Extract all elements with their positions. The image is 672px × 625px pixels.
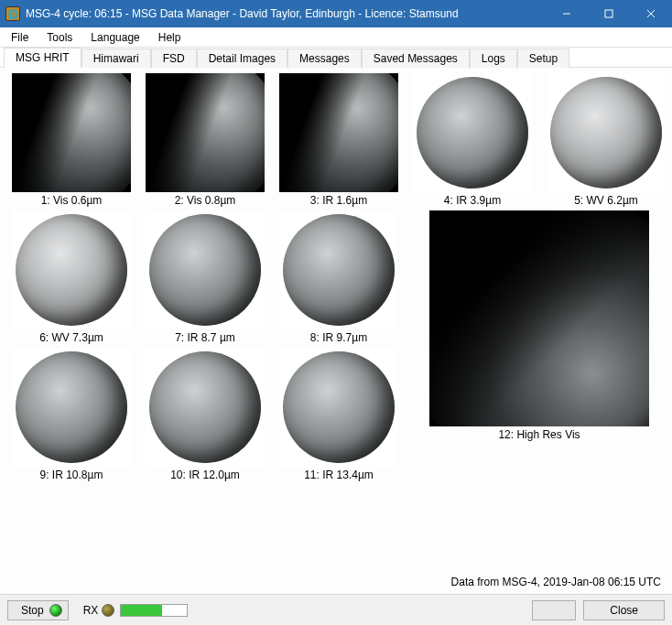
maximize-button[interactable] [588, 0, 630, 27]
menu-file[interactable]: File [2, 29, 38, 46]
svg-rect-1 [605, 10, 612, 17]
channel-caption-11: 11: IR 13.4µm [304, 469, 374, 481]
running-led-icon [49, 604, 62, 617]
channel-thumb-4[interactable] [413, 73, 532, 192]
close-button-label: Close [610, 604, 638, 617]
bottom-bar: Stop RX Close [0, 594, 672, 625]
close-window-button[interactable] [630, 0, 672, 27]
channel-cell-9: 9: IR 10.8µm [7, 348, 135, 481]
rx-label: RX [83, 604, 99, 617]
menu-tools[interactable]: Tools [38, 29, 81, 46]
channel-cell-2: 2: Vis 0.8µm [141, 73, 269, 207]
tab-setup[interactable]: Setup [517, 48, 569, 68]
channel-thumb-2[interactable] [146, 73, 265, 192]
channel-thumb-1[interactable] [12, 73, 131, 192]
minimize-button[interactable] [546, 0, 588, 27]
channel-cell-4: 4: IR 3.9µm [408, 73, 537, 207]
channel-cell-3: 3: IR 1.6µm [275, 73, 403, 207]
channel-cell-1: 1: Vis 0.6µm [7, 73, 135, 207]
channel-caption-1: 1: Vis 0.6µm [41, 194, 103, 207]
channel-thumb-3[interactable] [279, 73, 398, 192]
minimize-icon [562, 9, 571, 18]
app-icon: 🌐 [5, 6, 20, 21]
channel-thumb-6[interactable] [12, 210, 131, 329]
tabbar: MSG HRIT Himawari FSD Detail Images Mess… [0, 48, 672, 68]
tab-logs[interactable]: Logs [470, 48, 517, 68]
channel-caption-9: 9: IR 10.8µm [40, 469, 103, 481]
blank-button[interactable] [532, 600, 576, 620]
channel-caption-7: 7: IR 8.7 µm [175, 331, 235, 344]
menu-language[interactable]: Language [81, 29, 148, 46]
channel-thumb-9[interactable] [12, 348, 131, 467]
tab-fsd[interactable]: FSD [151, 48, 197, 68]
status-text: Data from MSG-4, 2019-Jan-08 06:15 UTC [451, 576, 661, 588]
channel-caption-4: 4: IR 3.9µm [444, 194, 501, 207]
rx-progress-bar [121, 605, 162, 616]
tab-msg-hrit[interactable]: MSG HRIT [4, 48, 81, 68]
menubar: File Tools Language Help [0, 27, 672, 48]
channel-cell-10: 10: IR 12.0µm [141, 348, 269, 481]
channel-cell-8: 8: IR 9.7µm [275, 210, 403, 344]
close-button[interactable]: Close [583, 600, 665, 620]
channel-thumb-5[interactable] [547, 73, 666, 192]
channel-cell-5: 5: WV 6.2µm [542, 73, 670, 207]
channel-cell-11: 11: IR 13.4µm [275, 348, 403, 481]
channel-caption-5: 5: WV 6.2µm [574, 194, 638, 207]
channel-thumb-11[interactable] [279, 348, 398, 467]
channel-caption-12: 12: High Res Vis [498, 428, 580, 441]
stop-button[interactable]: Stop [7, 600, 69, 620]
channel-thumb-12[interactable] [429, 210, 649, 426]
channel-caption-6: 6: WV 7.3µm [39, 331, 103, 344]
tab-saved-messages[interactable]: Saved Messages [362, 48, 470, 68]
rx-led-icon [102, 604, 114, 617]
menu-help[interactable]: Help [149, 29, 190, 46]
channel-caption-8: 8: IR 9.7µm [310, 331, 367, 344]
channel-caption-3: 3: IR 1.6µm [310, 194, 367, 207]
channel-cell-6: 6: WV 7.3µm [7, 210, 135, 344]
tab-messages[interactable]: Messages [287, 48, 362, 68]
maximize-icon [604, 9, 613, 18]
content-area: 1: Vis 0.6µm 2: Vis 0.8µm 3: IR 1.6µm 4:… [0, 68, 672, 594]
titlebar: 🌐 MSG-4 cycle: 06:15 - MSG Data Manager … [0, 0, 672, 27]
close-icon [646, 9, 656, 18]
rx-progress [120, 604, 188, 617]
channel-thumb-10[interactable] [146, 348, 265, 467]
tab-himawari[interactable]: Himawari [81, 48, 151, 68]
channel-thumb-7[interactable] [146, 210, 265, 329]
window-title: MSG-4 cycle: 06:15 - MSG Data Manager - … [26, 7, 546, 20]
channel-caption-10: 10: IR 12.0µm [170, 469, 240, 481]
channel-caption-2: 2: Vis 0.8µm [175, 194, 236, 207]
channel-thumb-8[interactable] [279, 210, 398, 329]
channel-cell-7: 7: IR 8.7 µm [141, 210, 269, 344]
tab-detail-images[interactable]: Detail Images [197, 48, 287, 68]
channel-cell-12: 12: High Res Vis [408, 210, 670, 481]
stop-button-label: Stop [21, 604, 44, 617]
thumbnail-grid: 1: Vis 0.6µm 2: Vis 0.8µm 3: IR 1.6µm 4:… [7, 73, 665, 481]
